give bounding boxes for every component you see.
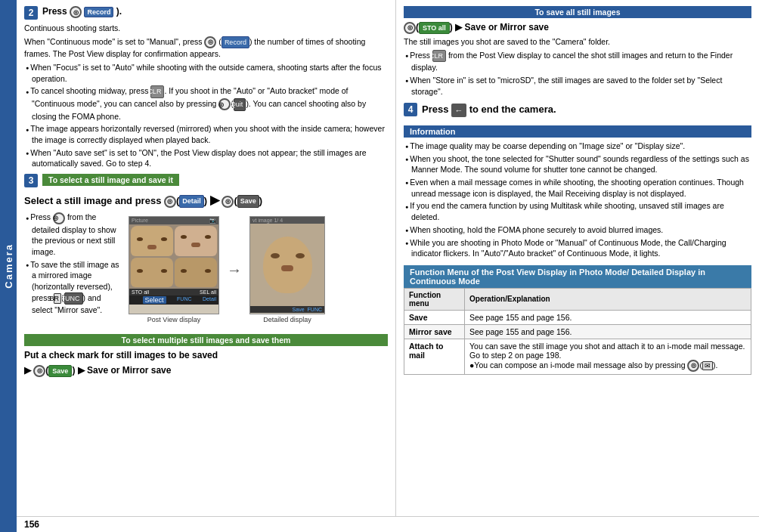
post-view-display: Picture 📷 xyxy=(129,216,219,314)
display-info-bar: STO all SEL all xyxy=(129,289,218,295)
camera-circle-icon: ◎ xyxy=(70,6,82,18)
step3-number: 3 xyxy=(24,174,38,187)
main-content: 2 Press ◎ Record ). Continuous shooting … xyxy=(17,0,759,532)
info-bullet-3: Even when a mail message comes in while … xyxy=(404,177,751,199)
step3b-action-row: ▶ ◎(Save) ▶ Save or Mirror save xyxy=(24,364,388,377)
page-number: 156 xyxy=(24,519,39,530)
clr-badge-right: CLR xyxy=(432,50,446,63)
detailed-display-container: vt image 1/ 4 xyxy=(249,216,325,323)
col-operation: Operation/Explanation xyxy=(465,288,751,310)
camera-circle-2: ◎ xyxy=(204,36,216,48)
detail-label-disp: Detail xyxy=(203,296,216,304)
op-mirror: See page 155 and page 156. xyxy=(465,324,751,339)
face-1 xyxy=(131,226,173,256)
step2-number: 2 xyxy=(24,6,38,20)
step3-bullets: Press ◎ from the detailed display to sho… xyxy=(24,212,122,316)
step4-text: Press ← to end the camera. xyxy=(422,103,556,117)
step2-header: 2 Press ◎ Record ). xyxy=(24,6,388,20)
func-badge: FUNC xyxy=(64,292,83,305)
step3-section: 3 To select a still image and save it Se… xyxy=(24,174,388,328)
detail-badge: Detail xyxy=(179,195,204,208)
step3b-action: Save or Mirror save xyxy=(87,365,171,376)
step3b-section: To select multiple still images and save… xyxy=(24,334,388,377)
select-label: Select xyxy=(143,296,166,304)
menu-save: Save xyxy=(404,310,465,324)
func-label-det: FUNC xyxy=(308,307,322,312)
step3b-green-header: To select multiple still images and save… xyxy=(24,334,388,346)
camera-icon-step3b: ◎ xyxy=(222,196,234,208)
record-badge-2: Record xyxy=(84,7,113,17)
step2-title: Press ◎ Record ). xyxy=(42,6,122,18)
step3-bullets-col: Press ◎ from the detailed display to sho… xyxy=(24,212,122,317)
func-table: Function menu Operation/Explanation Save… xyxy=(404,288,751,375)
step4-number: 4 xyxy=(404,103,417,116)
br-btn: BR xyxy=(54,293,62,305)
right-column: To save all still images ◎(STO all) ▶ Sa… xyxy=(396,0,759,516)
detail-bottom-bar: Save FUNC xyxy=(250,306,324,313)
back-btn: ← xyxy=(451,104,466,117)
table-row: Save See page 155 and page 156. xyxy=(404,310,751,324)
display-icons: 📷 xyxy=(209,218,216,224)
step3-header-block: To select a still image and save it xyxy=(42,174,179,189)
func-menu-section: Function Menu of the Post View Display i… xyxy=(404,265,751,375)
displays-row: Picture 📷 xyxy=(129,216,388,323)
step2-bullet-1: When "Focus" is set to "Auto" while shoo… xyxy=(24,62,388,84)
sto-all-label: STO all xyxy=(132,289,149,295)
arrow-between: → xyxy=(227,261,242,279)
detail-face xyxy=(263,237,312,293)
step2-bullet-3: The image appears horizontally reversed … xyxy=(24,123,388,145)
sel-all-label: SEL all xyxy=(200,289,216,295)
record-badge-inline: Record xyxy=(222,36,249,49)
op-attach: You can save the still image you shot an… xyxy=(465,339,751,374)
face-grid xyxy=(129,224,218,289)
mail-icon-btn: ✉ xyxy=(702,361,713,370)
picture-label: Picture xyxy=(132,218,148,224)
save-label-det: Save xyxy=(293,307,305,312)
save-action-row: ◎(STO all) ▶ Save or Mirror save xyxy=(404,21,751,34)
save-bullet-2: When "Store in" is set to "microSD", the… xyxy=(404,75,751,97)
m-circle-save: ◎ xyxy=(404,22,416,34)
page-footer: 156 xyxy=(17,516,759,532)
display-bottom-bar: Select FUNC Detail xyxy=(129,295,218,305)
step4-section: 4 Press ← to end the camera. xyxy=(404,103,751,119)
sidebar-label: Camera xyxy=(3,243,14,289)
op-save: See page 155 and page 156. xyxy=(465,310,751,324)
two-col-layout: 2 Press ◎ Record ). Continuous shooting … xyxy=(17,0,759,516)
step3-displays: Picture 📷 xyxy=(129,212,388,328)
step4-text2: to end the camera. xyxy=(469,104,556,115)
step3-bullet-1: Press ◎ from the detailed display to sho… xyxy=(24,212,122,257)
face-4 xyxy=(175,258,217,288)
m-circle: ◎ xyxy=(218,98,231,110)
step3-bullet-2: To save the still image as a mirrored im… xyxy=(24,259,122,316)
quit-badge: Quit xyxy=(234,98,246,111)
step2-subtitle: Continuous shooting starts. xyxy=(24,23,388,34)
menu-attach: Attach to mail xyxy=(404,339,465,374)
step3-select-title: Select a still image and press ◎(Detail)… xyxy=(24,192,388,209)
step3-header: 3 To select a still image and save it xyxy=(24,174,388,189)
post-view-container: Picture 📷 xyxy=(129,216,219,323)
sidebar: Camera xyxy=(0,0,17,532)
info-bullet-2: When you shoot, the tone selected for "S… xyxy=(404,153,751,175)
display-top-bar: Picture 📷 xyxy=(129,217,218,224)
step3-circle: ◎ xyxy=(53,212,65,224)
step2-bullet-4: When "Auto save set" is set to "ON", the… xyxy=(24,147,388,169)
save-all-section: To save all still images ◎(STO all) ▶ Sa… xyxy=(404,6,751,97)
info-bullet-4: If you end the camera function by using … xyxy=(404,200,751,222)
table-row: Mirror save See page 155 and page 156. xyxy=(404,324,751,339)
save-note: The still images you shot are saved to t… xyxy=(404,36,751,48)
col-function: Function menu xyxy=(404,288,465,310)
clr-badge: CLR xyxy=(150,85,164,98)
save-badge: Save xyxy=(237,195,259,208)
info-bullet-1: The image quality may be coarse dependin… xyxy=(404,141,751,152)
press-text: Press xyxy=(42,6,67,17)
info-bullet-5: When shooting, hold the FOMA phone secur… xyxy=(404,224,751,236)
func-menu-header: Function Menu of the Post View Display i… xyxy=(404,265,751,288)
table-row: Attach to mail You can save the still im… xyxy=(404,339,751,374)
info-bullets: The image quality may be coarse dependin… xyxy=(404,141,751,259)
func-label-disp: FUNC xyxy=(177,296,191,304)
step3-green-header: To select a still image and save it xyxy=(42,174,179,186)
table-header-row: Function menu Operation/Explanation xyxy=(404,288,751,310)
detail-top-bar: vt image 1/ 4 xyxy=(250,217,324,224)
detail-screen xyxy=(250,224,324,306)
save-bullet-1: Press CLR from the Post View display to … xyxy=(404,50,751,73)
